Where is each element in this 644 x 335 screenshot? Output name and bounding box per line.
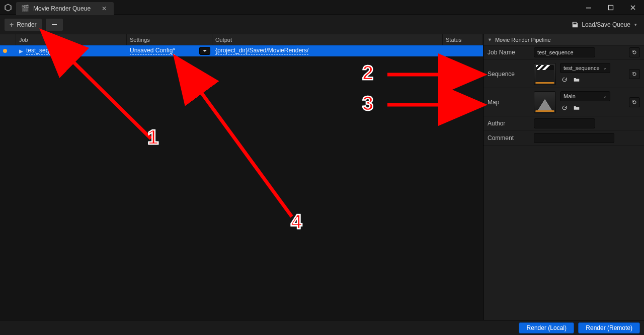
section-collapse-icon[interactable]: ▼ <box>488 37 492 42</box>
map-value: Main <box>564 93 576 99</box>
expand-arrow-icon[interactable]: ▶ <box>19 48 23 54</box>
enabled-dot-icon <box>3 49 7 53</box>
reset-map-button[interactable] <box>629 97 640 107</box>
job-name-link[interactable]: test_sequence <box>26 47 65 55</box>
dropdown-carets-icon: ▾ <box>634 22 637 27</box>
ue-logo-icon <box>0 0 16 15</box>
map-thumb[interactable] <box>534 91 556 113</box>
use-selected-map-button[interactable] <box>560 103 569 112</box>
col-status[interactable]: Status <box>443 34 483 45</box>
clapboard-icon: 🎬 <box>21 5 29 12</box>
map-label: Map <box>488 99 530 106</box>
svg-rect-1 <box>609 5 613 10</box>
toolbar: + Render Load/Save Queue ▾ <box>0 15 644 34</box>
remove-job-button[interactable] <box>45 18 63 31</box>
map-thumb-icon <box>536 94 553 111</box>
browse-to-asset-button[interactable] <box>572 75 581 84</box>
minimize-button[interactable] <box>578 0 600 15</box>
svg-rect-0 <box>586 8 591 9</box>
prop-comment: Comment <box>484 131 644 146</box>
sequence-thumb-icon <box>536 65 554 83</box>
chevron-down-icon: ⌄ <box>603 65 607 71</box>
section-header[interactable]: ▼ Movie Render Pipeline <box>484 34 644 45</box>
comment-label: Comment <box>488 135 530 142</box>
comment-input[interactable] <box>534 133 614 143</box>
save-icon <box>572 21 579 28</box>
load-save-label: Load/Save Queue <box>582 21 630 28</box>
window-controls <box>578 0 644 15</box>
titlebar: 🎬 Movie Render Queue ✕ <box>0 0 644 15</box>
queue-pane: Job Settings Output Status ▶ test_sequen… <box>0 34 483 320</box>
svg-rect-2 <box>52 24 57 25</box>
render-add-button[interactable]: + Render <box>4 18 42 31</box>
chevron-down-icon: ⌄ <box>603 93 607 99</box>
section-title: Movie Render Pipeline <box>495 37 551 43</box>
col-output[interactable]: Output <box>212 34 443 45</box>
reset-sequence-button[interactable] <box>629 69 640 79</box>
queue-header: Job Settings Output Status <box>0 34 483 45</box>
col-handle <box>0 34 16 45</box>
job-name-input[interactable] <box>534 47 595 57</box>
settings-preset-dropdown[interactable] <box>199 47 210 55</box>
sequence-value: test_sequence <box>564 65 600 71</box>
main-area: Job Settings Output Status ▶ test_sequen… <box>0 34 644 320</box>
maximize-button[interactable] <box>600 0 622 15</box>
author-input[interactable] <box>534 118 595 128</box>
job-name-label: Job Name <box>488 49 530 56</box>
sequence-label: Sequence <box>488 71 530 78</box>
load-save-queue-dropdown[interactable]: Load/Save Queue ▾ <box>569 15 640 34</box>
tab-close-button[interactable]: ✕ <box>100 4 109 13</box>
col-job[interactable]: Job <box>16 34 127 45</box>
close-button[interactable] <box>622 0 644 15</box>
sequence-thumb[interactable] <box>534 63 556 85</box>
map-dropdown[interactable]: Main ⌄ <box>560 91 610 101</box>
plus-icon: + <box>10 21 14 28</box>
output-path-link[interactable]: {project_dir}/Saved/MovieRenders/ <box>215 47 308 55</box>
sequence-dropdown[interactable]: test_sequence ⌄ <box>560 63 610 73</box>
render-local-button[interactable]: Render (Local) <box>519 322 574 333</box>
use-selected-asset-button[interactable] <box>560 75 569 84</box>
render-remote-button[interactable]: Render (Remote) <box>578 322 640 333</box>
tab-title: Movie Render Queue <box>33 5 91 12</box>
window-tab[interactable]: 🎬 Movie Render Queue ✕ <box>16 2 114 15</box>
prop-map: Map Main ⌄ <box>484 88 644 116</box>
render-add-label: Render <box>17 21 36 28</box>
settings-link[interactable]: Unsaved Config* <box>130 47 175 55</box>
prop-author: Author <box>484 116 644 131</box>
prop-job-name: Job Name <box>484 45 644 60</box>
footer: Render (Local) Render (Remote) <box>0 320 644 335</box>
details-panel: ▼ Movie Render Pipeline Job Name Sequenc… <box>483 34 644 320</box>
prop-sequence: Sequence test_sequence ⌄ <box>484 60 644 88</box>
status-cell <box>443 45 483 56</box>
author-label: Author <box>488 120 530 127</box>
browse-to-map-button[interactable] <box>572 103 581 112</box>
queue-row[interactable]: ▶ test_sequence Unsaved Config* {project… <box>0 45 483 56</box>
reset-job-name-button[interactable] <box>629 47 640 57</box>
col-settings[interactable]: Settings <box>127 34 212 45</box>
